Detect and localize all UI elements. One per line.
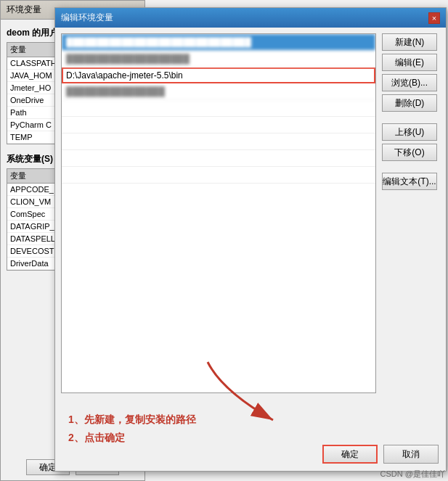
edit-env-dialog: 编辑环境变量 × ██████████████████████████████ … (54, 7, 447, 472)
arrow-graphic (179, 355, 309, 435)
list-item[interactable]: ██████████████████████████████ (62, 34, 375, 51)
dialog-bottom-buttons: 确定 取消 (322, 445, 439, 464)
move-up-button[interactable]: 上移(U) (382, 123, 437, 141)
close-button[interactable]: × (428, 12, 440, 24)
list-item[interactable] (62, 117, 375, 133)
jmeter-path-item[interactable]: D:\Java\apache-jmeter-5.5\bin (62, 67, 375, 83)
dialog-buttons: 新建(N) 编辑(E) 浏览(B)... 删除(D) 上移(U) 下移(O) 编… (382, 33, 440, 461)
new-button[interactable]: 新建(N) (382, 33, 437, 51)
watermark: CSDN @是佳佳吖 (380, 469, 445, 480)
dialog-body: ██████████████████████████████ █████████… (55, 28, 446, 467)
move-down-button[interactable]: 下移(O) (382, 144, 437, 161)
dialog-confirm-button[interactable]: 确定 (322, 445, 378, 464)
path-list-area: ██████████████████████████████ █████████… (61, 33, 376, 461)
browse-button[interactable]: 浏览(B)... (382, 74, 437, 91)
list-item[interactable] (62, 167, 375, 184)
list-item[interactable]: ████████████████████ (62, 51, 375, 67)
dialog-title-bar: 编辑环境变量 × (55, 8, 446, 28)
list-item[interactable]: ████████████████ (62, 83, 375, 100)
dialog-title: 编辑环境变量 (61, 12, 113, 24)
list-item[interactable] (62, 133, 375, 150)
edit-button[interactable]: 编辑(E) (382, 54, 437, 71)
dialog-cancel-button[interactable]: 取消 (383, 445, 439, 464)
delete-button[interactable]: 删除(D) (382, 94, 437, 112)
bg-title-label: 环境变量 (7, 4, 41, 16)
list-item[interactable] (62, 100, 375, 117)
edit-text-button[interactable]: 编辑文本(T)... (382, 173, 437, 190)
path-list-container: ██████████████████████████████ █████████… (61, 33, 376, 393)
list-item[interactable] (62, 150, 375, 167)
